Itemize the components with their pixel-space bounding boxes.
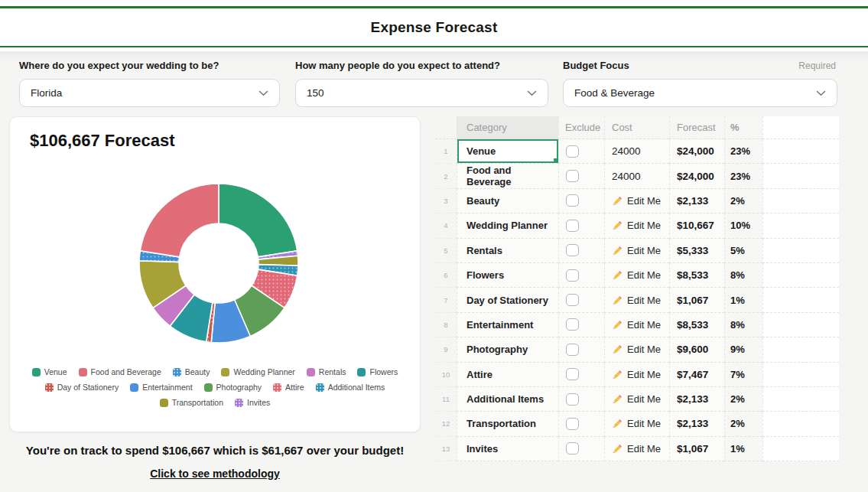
cell-category[interactable]: Entertainment [457,313,558,337]
selection-fill-handle[interactable] [554,158,558,163]
cell-percent: 9% [724,337,762,362]
cell-category[interactable]: Venue [457,139,558,164]
legend-item-invites: Invites [235,398,270,407]
cell-cost[interactable]: 24000 [604,164,669,188]
exclude-checkbox[interactable] [566,170,579,182]
edit-me-button[interactable]: Edit Me [612,220,661,231]
legend-swatch-icon [160,399,168,407]
cell-cost[interactable]: Edit Me [604,337,669,362]
cell-trailing [762,337,839,362]
cell-exclude [558,189,604,213]
edit-me-button[interactable]: Edit Me [612,344,661,355]
cell-cost[interactable]: Edit Me [604,213,669,238]
cell-cost[interactable]: Edit Me [604,313,669,337]
cell-trailing [762,239,839,263]
cell-cost[interactable]: Edit Me [604,412,669,436]
cell-percent: 8% [724,313,762,337]
exclude-checkbox[interactable] [566,393,579,406]
cell-cost[interactable]: Edit Me [604,387,669,412]
table-row: 12TransportationEdit Me$2,1332% [435,412,839,436]
exclude-checkbox[interactable] [566,344,579,356]
exclude-checkbox[interactable] [566,244,579,256]
guest-count-label: How many people do you expect to attend? [295,60,500,71]
exclude-checkbox[interactable] [566,442,579,455]
cell-category[interactable]: Additional Items [457,387,558,412]
row-number: 3 [435,189,457,213]
cell-forecast: $7,467 [669,363,724,387]
exclude-checkbox[interactable] [566,318,579,331]
cell-exclude [558,213,604,238]
cell-cost[interactable]: Edit Me [604,437,669,461]
cell-category[interactable]: Food and Beverage [457,164,558,188]
edit-me-label: Edit Me [627,319,661,331]
legend-label: Additional Items [328,383,385,392]
cell-category[interactable]: Invites [457,437,558,461]
legend-label: Transportation [172,398,223,407]
edit-me-button[interactable]: Edit Me [612,369,661,380]
cell-forecast: $5,333 [669,239,724,263]
wedding-location-label: Where do you expect your wedding to be? [19,60,219,71]
edit-me-label: Edit Me [627,220,661,231]
cell-forecast: $10,667 [669,213,724,238]
cell-cost[interactable]: Edit Me [604,263,669,288]
cell-forecast: $2,133 [669,189,724,213]
cell-category[interactable]: Attire [457,363,558,387]
cell-category[interactable]: Rentals [457,239,558,263]
edit-me-label: Edit Me [627,369,661,380]
table-header-row: CategoryExcludeCostForecast% [435,116,839,139]
legend-label: Wedding Planner [233,367,294,376]
exclude-checkbox[interactable] [566,145,579,158]
cell-cost[interactable]: Edit Me [604,363,669,387]
cell-cost[interactable]: Edit Me [604,288,669,312]
legend-label: Venue [44,367,67,376]
legend-item-food-and-beverage: Food and Beverage [79,367,161,376]
cell-category[interactable]: Photography [457,337,558,362]
legend-item-entertainment: Entertainment [130,383,192,392]
wedding-location-value: Florida [31,87,258,99]
edit-me-button[interactable]: Edit Me [612,269,661,281]
donut-segment-venue [219,184,297,257]
budget-table: CategoryExcludeCostForecast%1Venue24000$… [435,116,839,461]
edit-me-label: Edit Me [627,269,661,281]
cell-category[interactable]: Day of Stationery [457,288,558,312]
cell-forecast: $1,067 [669,288,724,312]
edit-me-button[interactable]: Edit Me [612,393,661,405]
cell-percent: 2% [724,189,762,213]
methodology-link[interactable]: Click to see methodology [150,468,280,480]
exclude-checkbox[interactable] [566,418,579,430]
edit-me-button[interactable]: Edit Me [612,319,661,331]
cell-cost[interactable]: 24000 [604,139,669,164]
legend-item-rentals: Rentals [307,367,346,376]
edit-me-button[interactable]: Edit Me [612,295,661,306]
exclude-checkbox[interactable] [566,220,579,232]
guest-count-select[interactable]: 150 [295,79,548,107]
legend-swatch-icon [235,399,243,407]
exclude-checkbox[interactable] [566,269,579,282]
edit-me-label: Edit Me [627,393,661,405]
cell-percent: 1% [724,437,762,461]
cell-cost[interactable]: Edit Me [604,189,669,213]
cell-category[interactable]: Wedding Planner [457,213,558,238]
cell-trailing [762,363,839,387]
legend-swatch-icon [173,368,181,376]
app-header: Expense Forecast [0,6,868,47]
donut-chart [134,178,304,348]
edit-me-button[interactable]: Edit Me [612,195,661,207]
edit-me-button[interactable]: Edit Me [612,443,661,455]
wedding-location-select[interactable]: Florida [19,79,280,107]
pencil-icon [612,295,623,306]
exclude-checkbox[interactable] [566,194,579,207]
cell-category[interactable]: Beauty [457,189,558,213]
pencil-icon [612,195,623,207]
edit-me-button[interactable]: Edit Me [612,245,661,256]
cell-exclude [558,313,604,337]
cell-cost[interactable]: Edit Me [604,239,669,263]
exclude-checkbox[interactable] [566,368,579,380]
budget-focus-select[interactable]: Food & Beverage [563,79,837,107]
legend-swatch-icon [316,383,324,392]
cell-trailing [762,139,839,164]
exclude-checkbox[interactable] [566,294,579,306]
edit-me-button[interactable]: Edit Me [612,418,661,429]
cell-category[interactable]: Transportation [457,412,558,436]
cell-category[interactable]: Flowers [457,263,558,288]
